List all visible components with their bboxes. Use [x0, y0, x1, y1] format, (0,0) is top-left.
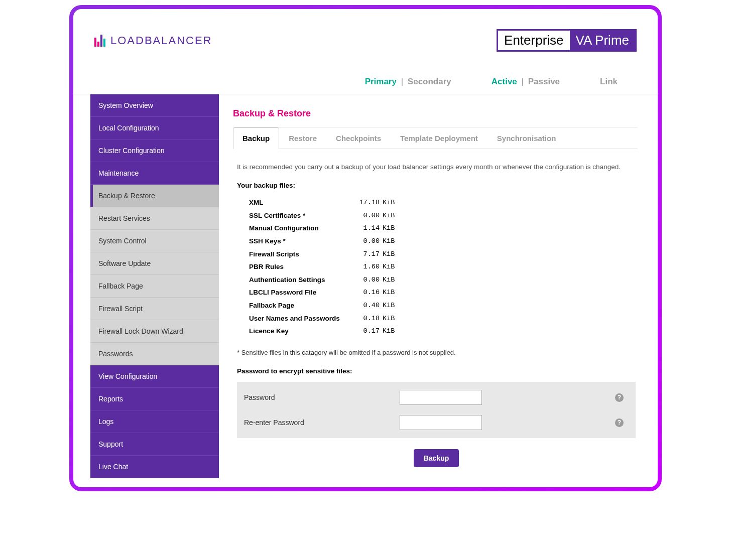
backup-button[interactable]: Backup [414, 449, 459, 467]
file-unit: KiB [383, 248, 395, 261]
file-name: Manual Configuration [249, 222, 349, 235]
file-unit: KiB [383, 325, 395, 338]
reenter-password-label: Re-enter Password [244, 418, 400, 427]
file-unit: KiB [383, 273, 395, 287]
tabs: Backup Restore Checkpoints Template Depl… [233, 127, 638, 149]
sidebar-item-maintenance[interactable]: Maintenance [90, 162, 219, 185]
file-row: Firewall Scripts7.17KiB [249, 248, 636, 261]
reenter-password-input[interactable] [400, 415, 482, 430]
file-size: 0.18 [349, 312, 380, 325]
file-size: 0.17 [349, 325, 380, 338]
file-name: PBR Rules [249, 260, 349, 273]
file-row: XML17.18KiB [249, 196, 636, 209]
status-secondary: Secondary [408, 77, 451, 86]
sidebar-item-support[interactable]: Support [90, 433, 219, 456]
sidebar-item-passwords[interactable]: Passwords [90, 343, 219, 365]
tab-backup[interactable]: Backup [233, 127, 279, 149]
status-active: Active [492, 77, 517, 86]
sidebar: System Overview Local Configuration Clus… [90, 94, 219, 487]
file-unit: KiB [383, 299, 395, 312]
logo-text: LOADBALANCER [110, 34, 212, 47]
status-bar: Primary | Secondary Active | Passive Lin… [73, 62, 658, 94]
edition-badge: Enterprise VA Prime [497, 29, 637, 52]
file-unit: KiB [383, 209, 395, 222]
file-name: Authentication Settings [249, 273, 349, 287]
sidebar-item-software-update[interactable]: Software Update [90, 252, 219, 275]
file-name: XML [249, 196, 349, 209]
sidebar-item-reports[interactable]: Reports [90, 388, 219, 410]
file-name: Firewall Scripts [249, 248, 349, 261]
logo: LOADBALANCER [94, 34, 212, 47]
sidebar-item-restart-services[interactable]: Restart Services [90, 207, 219, 230]
file-name: LBCLI Password File [249, 286, 349, 299]
tab-checkpoints[interactable]: Checkpoints [326, 127, 391, 149]
file-row: LBCLI Password File0.16KiB [249, 286, 636, 299]
file-size: 0.00 [349, 273, 380, 287]
edition-left: Enterprise [498, 31, 570, 50]
sidebar-item-firewall-lockdown[interactable]: Firewall Lock Down Wizard [90, 320, 219, 343]
encrypt-label: Password to encrypt sensitive files: [237, 367, 636, 375]
sidebar-item-cluster-configuration[interactable]: Cluster Configuration [90, 139, 219, 162]
file-row: Licence Key0.17KiB [249, 325, 636, 338]
sidebar-item-logs[interactable]: Logs [90, 410, 219, 433]
file-row: Manual Configuration1.14KiB [249, 222, 636, 235]
file-size: 1.14 [349, 222, 380, 235]
file-row: SSL Certificates *0.00KiB [249, 209, 636, 222]
file-unit: KiB [383, 222, 395, 235]
info-text: It is recommended you carry out a backup… [237, 163, 636, 171]
tab-template-deployment[interactable]: Template Deployment [391, 127, 488, 149]
file-name: SSH Keys * [249, 235, 349, 248]
tab-synchronisation[interactable]: Synchronisation [488, 127, 566, 149]
file-size: 0.40 [349, 299, 380, 312]
help-icon[interactable]: ? [615, 418, 624, 427]
file-unit: KiB [383, 235, 395, 248]
file-unit: KiB [383, 286, 395, 299]
file-size: 0.16 [349, 286, 380, 299]
status-link: Link [600, 77, 618, 87]
password-label: Password [244, 393, 400, 401]
help-icon[interactable]: ? [615, 393, 624, 402]
file-unit: KiB [383, 196, 395, 209]
file-name: User Names and Passwords [249, 312, 349, 325]
sidebar-item-view-configuration[interactable]: View Configuration [90, 365, 219, 388]
sidebar-item-fallback-page[interactable]: Fallback Page [90, 275, 219, 298]
files-list: XML17.18KiBSSL Certificates *0.00KiBManu… [249, 196, 636, 338]
file-row: User Names and Passwords0.18KiB [249, 312, 636, 325]
status-passive: Passive [528, 77, 560, 86]
file-size: 7.17 [349, 248, 380, 261]
sidebar-item-backup-restore[interactable]: Backup & Restore [90, 185, 219, 207]
edition-right: VA Prime [570, 31, 635, 50]
sidebar-item-live-chat[interactable]: Live Chat [90, 456, 219, 478]
tab-restore[interactable]: Restore [279, 127, 326, 149]
file-name: SSL Certificates * [249, 209, 349, 222]
file-size: 0.00 [349, 235, 380, 248]
file-row: Fallback Page0.40KiB [249, 299, 636, 312]
sidebar-item-system-control[interactable]: System Control [90, 230, 219, 252]
file-unit: KiB [383, 260, 395, 273]
page-title: Backup & Restore [233, 108, 638, 127]
sidebar-item-system-overview[interactable]: System Overview [90, 94, 219, 117]
sidebar-item-local-configuration[interactable]: Local Configuration [90, 117, 219, 139]
files-label: Your backup files: [237, 182, 636, 189]
password-form: Password ? Re-enter Password ? [237, 382, 636, 438]
file-row: Authentication Settings0.00KiB [249, 273, 636, 287]
status-primary: Primary [365, 77, 397, 86]
file-row: PBR Rules1.60KiB [249, 260, 636, 273]
file-name: Fallback Page [249, 299, 349, 312]
status-active-passive: Active | Passive [492, 77, 560, 87]
file-name: Licence Key [249, 325, 349, 338]
sidebar-item-firewall-script[interactable]: Firewall Script [90, 298, 219, 320]
file-unit: KiB [383, 312, 395, 325]
file-size: 17.18 [349, 196, 380, 209]
file-row: SSH Keys *0.00KiB [249, 235, 636, 248]
file-size: 1.60 [349, 260, 380, 273]
sensitive-note: * Sensitive files in this catagory will … [237, 349, 636, 356]
password-input[interactable] [400, 390, 482, 405]
status-primary-secondary: Primary | Secondary [365, 77, 451, 87]
logo-icon [94, 35, 105, 47]
file-size: 0.00 [349, 209, 380, 222]
